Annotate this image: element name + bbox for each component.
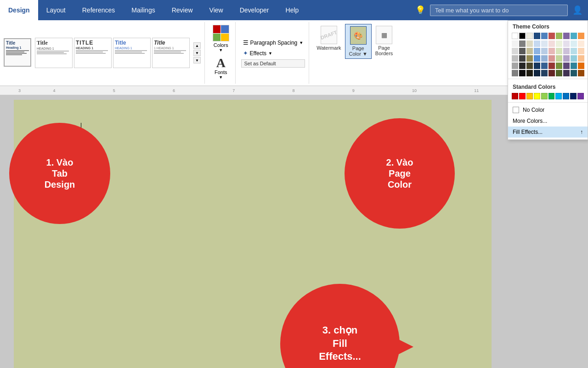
- tc-light-tan[interactable]: [526, 33, 533, 39]
- theme-shade-cell[interactable]: [534, 48, 540, 54]
- sc-yellow[interactable]: [534, 93, 540, 99]
- tc-orange[interactable]: [578, 33, 584, 39]
- theme-shade-cell[interactable]: [512, 55, 518, 62]
- theme-shade-cell[interactable]: [512, 63, 518, 69]
- sc-purple[interactable]: [577, 93, 584, 99]
- tab-help[interactable]: Help: [277, 0, 307, 20]
- theme-shade-cell[interactable]: [556, 55, 562, 62]
- tc-blue[interactable]: [541, 33, 548, 39]
- watermark-btn[interactable]: DRAFT Watermark: [313, 24, 345, 52]
- theme-shade-cell[interactable]: [541, 55, 548, 62]
- theme-shade-cell[interactable]: [563, 70, 570, 76]
- theme-shade-cell[interactable]: [571, 55, 577, 62]
- theme-shade-cell[interactable]: [526, 48, 533, 54]
- sc-orange[interactable]: [526, 93, 533, 99]
- theme-shade-cell[interactable]: [578, 40, 584, 47]
- theme-shade-cell[interactable]: [548, 48, 555, 54]
- theme-shade-cell[interactable]: [571, 70, 577, 76]
- tab-developer[interactable]: Developer: [232, 0, 277, 20]
- theme-shade-cell[interactable]: [534, 55, 540, 62]
- theme-shade-cell[interactable]: [526, 70, 533, 76]
- tc-dark-blue[interactable]: [534, 33, 540, 39]
- tc-red[interactable]: [548, 33, 555, 39]
- page-color-btn[interactable]: 🎨 PageColor ▼: [345, 24, 372, 59]
- theme-shade-cell[interactable]: [563, 48, 570, 54]
- theme-shade-cell[interactable]: [563, 55, 570, 62]
- theme-shade-cell[interactable]: [541, 40, 548, 47]
- theme-shade-cell[interactable]: [526, 63, 533, 69]
- theme-shade-cell[interactable]: [526, 55, 533, 62]
- theme-shade-cell[interactable]: [526, 40, 533, 47]
- sc-skyblue[interactable]: [555, 93, 562, 99]
- theme-shade-cell[interactable]: [512, 70, 518, 76]
- theme-shade-cell[interactable]: [548, 70, 555, 76]
- fill-effects-item[interactable]: Fill Effects... ↑: [508, 126, 588, 138]
- sc-lime[interactable]: [541, 93, 548, 99]
- fonts-btn[interactable]: A Fonts ▼: [210, 54, 232, 82]
- theme-thumb-3[interactable]: Title HEADING 1: [113, 38, 151, 68]
- tc-purple[interactable]: [563, 33, 570, 39]
- tab-layout[interactable]: Layout: [38, 0, 74, 20]
- theme-shade-cell[interactable]: [534, 40, 540, 47]
- tc-white[interactable]: [512, 33, 518, 39]
- theme-shade-cell[interactable]: [578, 48, 584, 54]
- theme-shade-cell[interactable]: [571, 63, 577, 69]
- theme-shade-cell[interactable]: [578, 63, 584, 69]
- paragraph-spacing-btn[interactable]: ☰ Paragraph Spacing ▼: [241, 38, 305, 47]
- tab-mailings[interactable]: Mailings: [123, 0, 163, 20]
- theme-shade-cell[interactable]: [541, 70, 548, 76]
- theme-shade-cell[interactable]: [534, 63, 540, 69]
- theme-shade-cell[interactable]: [519, 40, 526, 47]
- tab-view[interactable]: View: [201, 0, 232, 20]
- tc-black[interactable]: [519, 33, 526, 39]
- no-color-item[interactable]: No Color: [508, 104, 588, 115]
- tab-review[interactable]: Review: [164, 0, 201, 20]
- theme-thumb-1[interactable]: Title HEADING 1: [35, 38, 73, 68]
- theme-shade-cell[interactable]: [541, 63, 548, 69]
- theme-shade-cell[interactable]: [556, 40, 562, 47]
- theme-shade-cell[interactable]: [563, 40, 570, 47]
- theme-shade-cell[interactable]: [512, 48, 518, 54]
- page-borders-btn[interactable]: ▦ PageBorders: [372, 24, 397, 58]
- theme-shade-cell[interactable]: [519, 55, 526, 62]
- theme-thumb-4[interactable]: Title 1 HEADING 1: [152, 38, 190, 68]
- theme-shade-cell[interactable]: [548, 55, 555, 62]
- theme-shade-cell[interactable]: [563, 63, 570, 69]
- theme-shade-cell[interactable]: [548, 40, 555, 47]
- theme-shade-cell[interactable]: [556, 63, 562, 69]
- theme-shade-cell[interactable]: [548, 63, 555, 69]
- tab-references[interactable]: References: [74, 0, 124, 20]
- tc-green[interactable]: [556, 33, 562, 39]
- theme-shade-cell[interactable]: [534, 70, 540, 76]
- more-colors-item[interactable]: More Colors...: [508, 115, 588, 126]
- theme-shade-cell[interactable]: [556, 70, 562, 76]
- theme-shade-cell[interactable]: [556, 48, 562, 54]
- theme-shade-cell[interactable]: [519, 63, 526, 69]
- colors-btn[interactable]: Colors ▼: [212, 24, 230, 53]
- sc-red[interactable]: [519, 93, 526, 99]
- gallery-down-arrow[interactable]: ▼: [193, 50, 201, 56]
- theme-shade-cell[interactable]: [578, 70, 584, 76]
- theme-shade-cell[interactable]: [541, 48, 548, 54]
- sc-blue[interactable]: [563, 93, 569, 99]
- set-default-btn[interactable]: Set as Default: [241, 59, 305, 68]
- theme-shade-cell[interactable]: [519, 48, 526, 54]
- gallery-up-arrow[interactable]: ▲: [193, 42, 201, 49]
- sc-green[interactable]: [548, 93, 555, 99]
- theme-shade-cell[interactable]: [571, 48, 577, 54]
- sc-darkred[interactable]: [512, 93, 518, 99]
- theme-shade-cell[interactable]: [578, 55, 584, 62]
- theme-shade-cell[interactable]: [571, 40, 577, 47]
- sc-darkblue[interactable]: [570, 93, 577, 99]
- tc-teal[interactable]: [571, 33, 577, 39]
- theme-current[interactable]: Title Heading 1: [4, 38, 31, 67]
- theme-thumb-2[interactable]: TITLE HEADING 1: [74, 38, 112, 68]
- document-area: 1. Vào Tab Design 2. Vào Page Color 3. c…: [0, 95, 588, 368]
- theme-color-shades: [508, 40, 588, 77]
- effects-btn[interactable]: ✦ Effects ▼: [241, 49, 305, 58]
- theme-shade-cell[interactable]: [512, 40, 518, 47]
- theme-shade-cell[interactable]: [519, 70, 526, 76]
- search-input[interactable]: [430, 5, 568, 16]
- tab-design[interactable]: Design: [0, 0, 38, 20]
- gallery-more-arrow[interactable]: ▼: [193, 57, 201, 63]
